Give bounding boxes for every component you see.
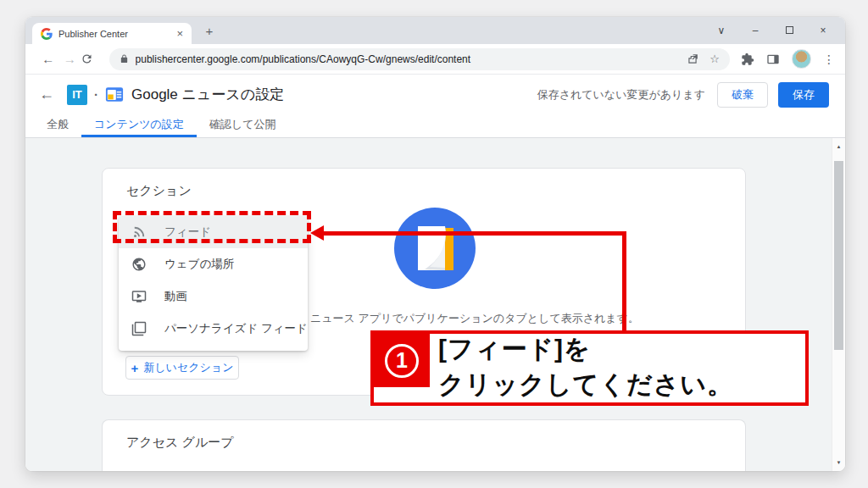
lock-icon — [120, 53, 129, 64]
bookmark-star-icon[interactable]: ☆ — [709, 53, 720, 65]
scrollbar-up-icon[interactable]: ▲ — [832, 144, 845, 149]
url-text[interactable]: publishercenter.google.com/publications/… — [136, 53, 676, 65]
profile-avatar[interactable] — [792, 49, 811, 69]
step-number-badge: 1 — [374, 334, 430, 387]
reload-button[interactable] — [81, 53, 103, 65]
separator-dot: · — [94, 87, 98, 102]
save-button[interactable]: 保存 — [778, 82, 829, 108]
tab-content-settings[interactable]: コンテンツの設定 — [81, 114, 197, 137]
globe-icon — [131, 257, 147, 272]
annotation-text: [フィード]を クリックしてください。 — [438, 331, 733, 402]
maximize-button[interactable] — [772, 25, 806, 36]
video-icon — [131, 289, 147, 304]
new-section-label: 新しいセクション — [143, 360, 233, 375]
tab-close-icon[interactable]: × — [175, 28, 185, 39]
annotation-callout: 1 [フィード]を クリックしてください。 — [370, 330, 809, 406]
app-back-arrow-icon[interactable]: ← — [39, 86, 54, 103]
address-bar[interactable]: publishercenter.google.com/publications/… — [109, 48, 730, 70]
menu-item-label: ウェブの場所 — [164, 257, 234, 272]
page-scrollbar[interactable]: ▲ ▼ — [832, 138, 845, 471]
annotation-line1: [フィード]を — [438, 331, 733, 367]
browser-menu-icon[interactable]: ⋮ — [823, 53, 835, 66]
highlight-dashed-box — [113, 211, 311, 243]
browser-window: Publisher Center × + ∨ – × ← → publisher… — [25, 17, 845, 471]
page-content: セクション ニュース アプリでパブリケーションのタブとして表示されます。 フィー… — [25, 138, 845, 471]
menu-item-label: パーソナライズド フィード — [164, 321, 308, 336]
menu-item-web-location[interactable]: ウェブの場所 — [119, 248, 308, 280]
new-tab-button[interactable]: + — [200, 25, 219, 38]
browser-back-button[interactable]: ← — [37, 52, 59, 66]
google-news-icon — [105, 86, 124, 103]
tab-review-publish[interactable]: 確認して公開 — [197, 114, 289, 137]
window-controls: ∨ – × — [704, 17, 840, 44]
menu-item-label: 動画 — [164, 289, 187, 304]
plus-icon: + — [131, 361, 139, 375]
close-button[interactable]: × — [806, 25, 840, 36]
stacked-pages-icon — [131, 321, 147, 336]
tab-title: Publisher Center — [58, 29, 175, 39]
annotation-arrow-line-horizontal — [323, 231, 626, 236]
reload-icon — [81, 53, 93, 65]
side-panel-icon[interactable] — [766, 53, 780, 66]
browser-toolbar: ← → publishercenter.google.com/publicati… — [25, 44, 845, 75]
app-header: ← IT · Google ニュースの設定 保存されていない変更があります 破棄… — [25, 75, 845, 114]
toolbar-right: ⋮ — [741, 49, 835, 69]
scrollbar-thumb[interactable] — [834, 161, 843, 350]
menu-item-personalized-feed[interactable]: パーソナライズド フィード — [119, 313, 308, 345]
annotation-arrow-line-vertical — [622, 231, 626, 331]
minimize-button[interactable]: – — [738, 25, 772, 36]
page-title: Google ニュースの設定 — [131, 85, 284, 104]
step-number: 1 — [385, 344, 419, 378]
sections-card-title: セクション — [126, 183, 192, 199]
tab-search-icon[interactable]: ∨ — [704, 25, 738, 36]
section-illustration-icon — [394, 208, 476, 289]
menu-item-video[interactable]: 動画 — [119, 280, 308, 313]
browser-tab[interactable]: Publisher Center × — [32, 23, 192, 44]
annotation-line2: クリックしてください。 — [438, 367, 733, 402]
publication-logo: IT — [67, 85, 87, 105]
extensions-puzzle-icon[interactable] — [741, 53, 754, 66]
scrollbar-down-icon[interactable]: ▼ — [832, 460, 845, 465]
browser-forward-button[interactable]: → — [59, 52, 81, 66]
discard-button[interactable]: 破棄 — [717, 82, 768, 108]
share-icon[interactable] — [687, 53, 698, 65]
section-description-text: ニュース アプリでパブリケーションのタブとして表示されます。 — [310, 311, 639, 326]
settings-tab-nav: 全般 コンテンツの設定 確認して公開 — [25, 114, 845, 138]
access-groups-title: アクセス グループ — [126, 435, 234, 451]
unsaved-changes-text: 保存されていない変更があります — [537, 87, 705, 103]
tab-general[interactable]: 全般 — [34, 114, 81, 137]
new-section-button[interactable]: + 新しいセクション — [125, 356, 239, 380]
annotation-arrowhead — [310, 225, 324, 241]
google-favicon — [41, 28, 53, 40]
browser-titlebar: Publisher Center × + ∨ – × — [25, 17, 845, 44]
access-groups-card: アクセス グループ — [102, 419, 746, 471]
